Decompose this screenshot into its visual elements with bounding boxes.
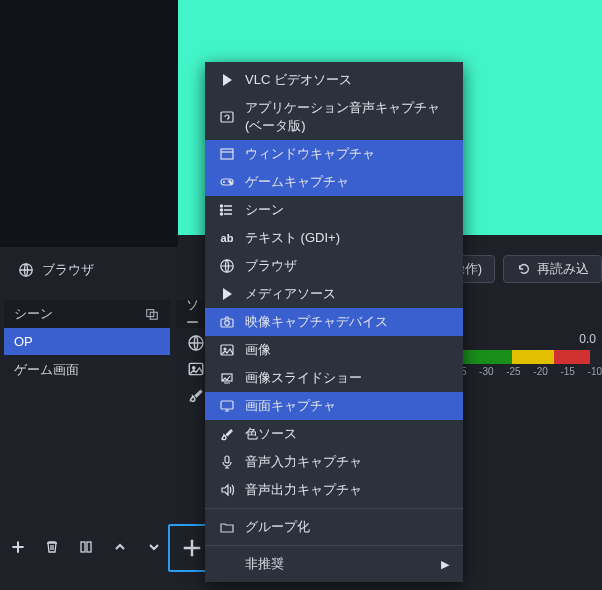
svg-point-12 — [230, 182, 232, 184]
scene-item-label: OP — [14, 334, 33, 349]
menu-item-group[interactable]: グループ化 — [205, 513, 463, 541]
scene-item[interactable]: ゲーム画面 — [4, 355, 170, 385]
menu-item-label: テキスト (GDI+) — [245, 229, 340, 247]
menu-item[interactable]: 音声出力キャプチャ — [205, 476, 463, 504]
menu-item[interactable]: ブラウザ — [205, 252, 463, 280]
menu-item-label: アプリケーション音声キャプチャ (ベータ版) — [245, 99, 449, 135]
tick: -20 — [533, 366, 547, 377]
audio-meter-bar — [452, 350, 602, 364]
menu-item-label: 色ソース — [245, 425, 297, 443]
svg-rect-9 — [221, 149, 233, 159]
audio-mixer: 0.0 -35 -30 -25 -20 -15 -10 — [452, 328, 602, 377]
svg-point-5 — [193, 367, 195, 369]
tick: -10 — [588, 366, 602, 377]
scenes-list: OP ゲーム画面 — [4, 328, 170, 528]
svg-rect-22 — [221, 401, 233, 409]
folder-icon — [219, 519, 235, 535]
menu-item-label: シーン — [245, 201, 284, 219]
svg-rect-23 — [225, 456, 229, 463]
scene-item-label: ゲーム画面 — [14, 362, 79, 377]
add-source-context-menu: VLC ビデオソースアプリケーション音声キャプチャ (ベータ版)ウィンドウキャプ… — [205, 62, 463, 582]
scene-filter-button[interactable] — [72, 533, 100, 561]
reload-icon — [516, 261, 532, 277]
reload-button[interactable]: 再読み込 — [503, 255, 602, 283]
blank-icon — [219, 556, 235, 572]
tick: -25 — [506, 366, 520, 377]
menu-item-label: メディアソース — [245, 285, 336, 303]
menu-item[interactable]: ウィンドウキャプチャ — [205, 140, 463, 168]
menu-item[interactable]: 画面キャプチャ — [205, 392, 463, 420]
brush-icon[interactable] — [187, 386, 205, 404]
play-icon — [219, 286, 235, 302]
text-icon: ab — [219, 230, 235, 246]
scenes-panel-title: シーン — [14, 305, 53, 323]
mic-icon — [219, 454, 235, 470]
delete-scene-button[interactable] — [38, 533, 66, 561]
svg-rect-7 — [87, 542, 91, 552]
menu-item-label: ゲームキャプチャ — [245, 173, 349, 191]
tick: -30 — [479, 366, 493, 377]
image-icon[interactable] — [187, 360, 205, 378]
menu-item[interactable]: 色ソース — [205, 420, 463, 448]
menu-item[interactable]: アプリケーション音声キャプチャ (ベータ版) — [205, 94, 463, 140]
menu-separator — [205, 545, 463, 546]
brush-icon — [219, 426, 235, 442]
list-icon — [219, 202, 235, 218]
globe-icon — [219, 258, 235, 274]
play-icon — [219, 72, 235, 88]
menu-item-label: グループ化 — [245, 518, 310, 536]
scene-item[interactable]: OP — [4, 328, 170, 355]
audio-level-value: 0.0 — [452, 328, 602, 350]
sources-panel-title: ソー — [186, 296, 206, 332]
svg-point-14 — [221, 209, 223, 211]
svg-rect-6 — [81, 542, 85, 552]
svg-point-20 — [224, 348, 226, 350]
audio-meter-ticks: -35 -30 -25 -20 -15 -10 — [452, 364, 602, 377]
window-icon — [219, 146, 235, 162]
app-audio-icon — [219, 109, 235, 125]
selected-source-label: ブラウザ — [42, 261, 94, 279]
menu-item-label: 音声入力キャプチャ — [245, 453, 362, 471]
tick: -15 — [560, 366, 574, 377]
menu-item[interactable]: 音声入力キャプチャ — [205, 448, 463, 476]
gamepad-icon — [219, 174, 235, 190]
menu-item[interactable]: ゲームキャプチャ — [205, 168, 463, 196]
svg-rect-8 — [221, 112, 233, 122]
dock-icon[interactable] — [144, 306, 160, 322]
scene-down-button[interactable] — [140, 533, 168, 561]
right-buttons: 操作) 再読み込 — [439, 255, 602, 283]
add-scene-button[interactable] — [4, 533, 32, 561]
menu-item-label: VLC ビデオソース — [245, 71, 352, 89]
chevron-right-icon: ▶ — [441, 558, 449, 571]
menu-item-label: 音声出力キャプチャ — [245, 481, 362, 499]
image-icon — [219, 342, 235, 358]
menu-item-label: ウィンドウキャプチャ — [245, 145, 375, 163]
selected-source-indicator: ブラウザ — [10, 257, 102, 283]
monitor-icon — [219, 398, 235, 414]
menu-item-label: 映像キャプチャデバイス — [245, 313, 388, 331]
menu-item[interactable]: 画像 — [205, 336, 463, 364]
reload-button-label: 再読み込 — [537, 260, 589, 278]
globe-icon[interactable] — [187, 334, 205, 352]
menu-item[interactable]: 画像スライドショー — [205, 364, 463, 392]
slideshow-icon — [219, 370, 235, 386]
menu-item[interactable]: abテキスト (GDI+) — [205, 224, 463, 252]
globe-icon — [18, 262, 34, 278]
menu-item[interactable]: 映像キャプチャデバイス — [205, 308, 463, 336]
menu-item-label: 画面キャプチャ — [245, 397, 336, 415]
menu-item-deprecated[interactable]: 非推奨 ▶ — [205, 550, 463, 578]
menu-item-label: 非推奨 — [245, 555, 284, 573]
menu-item[interactable]: VLC ビデオソース — [205, 66, 463, 94]
preview-left-dark — [0, 0, 178, 247]
menu-item[interactable]: シーン — [205, 196, 463, 224]
menu-item[interactable]: メディアソース — [205, 280, 463, 308]
speaker-icon — [219, 482, 235, 498]
svg-point-15 — [221, 213, 223, 215]
camera-icon — [219, 314, 235, 330]
scenes-panel-header[interactable]: シーン — [4, 300, 170, 328]
scene-up-button[interactable] — [106, 533, 134, 561]
svg-point-18 — [225, 321, 230, 326]
menu-item-label: 画像 — [245, 341, 271, 359]
menu-separator — [205, 508, 463, 509]
menu-item-label: ブラウザ — [245, 257, 297, 275]
